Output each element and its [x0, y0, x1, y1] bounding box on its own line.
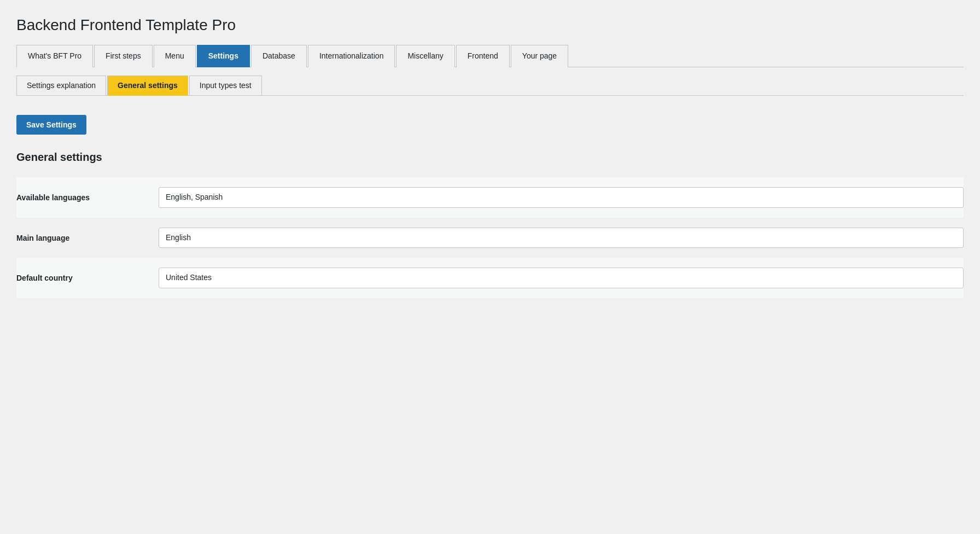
main-language-input[interactable]: [159, 228, 964, 248]
page-title: Backend Frontend Template Pro: [16, 16, 964, 34]
tab-database[interactable]: Database: [251, 45, 307, 67]
available-languages-label: Available languages: [16, 177, 153, 218]
main-language-label: Main language: [16, 218, 153, 258]
tab-menu[interactable]: Menu: [154, 45, 196, 67]
default-country-label: Default country: [16, 258, 153, 298]
table-row: Available languages: [16, 177, 964, 218]
tab-input-types-test[interactable]: Input types test: [189, 76, 262, 96]
tab-general-settings[interactable]: General settings: [107, 76, 188, 96]
main-language-cell: [153, 218, 964, 258]
save-settings-button[interactable]: Save Settings: [16, 115, 86, 135]
table-row: Default country: [16, 258, 964, 298]
content-area: Save Settings General settings Available…: [16, 109, 964, 304]
section-title: General settings: [16, 151, 964, 164]
tab-whats-bft-pro[interactable]: What's BFT Pro: [16, 45, 93, 67]
primary-tabs: What's BFT Pro First steps Menu Settings…: [16, 45, 964, 67]
table-row: Main language: [16, 218, 964, 258]
tab-your-page[interactable]: Your page: [511, 45, 568, 67]
tab-first-steps[interactable]: First steps: [94, 45, 153, 67]
default-country-cell: [153, 258, 964, 298]
secondary-tabs-wrapper: Settings explanation General settings In…: [16, 67, 964, 96]
tab-frontend[interactable]: Frontend: [456, 45, 510, 67]
available-languages-input[interactable]: [159, 187, 964, 208]
default-country-input[interactable]: [159, 268, 964, 288]
settings-table: Available languages Main language Defaul…: [16, 177, 964, 298]
tab-internationalization[interactable]: Internationalization: [308, 45, 395, 67]
available-languages-cell: [153, 177, 964, 218]
tab-settings[interactable]: Settings: [197, 45, 250, 67]
secondary-tabs: Settings explanation General settings In…: [16, 76, 964, 96]
tab-miscellany[interactable]: Miscellany: [396, 45, 454, 67]
tab-settings-explanation[interactable]: Settings explanation: [16, 76, 106, 96]
